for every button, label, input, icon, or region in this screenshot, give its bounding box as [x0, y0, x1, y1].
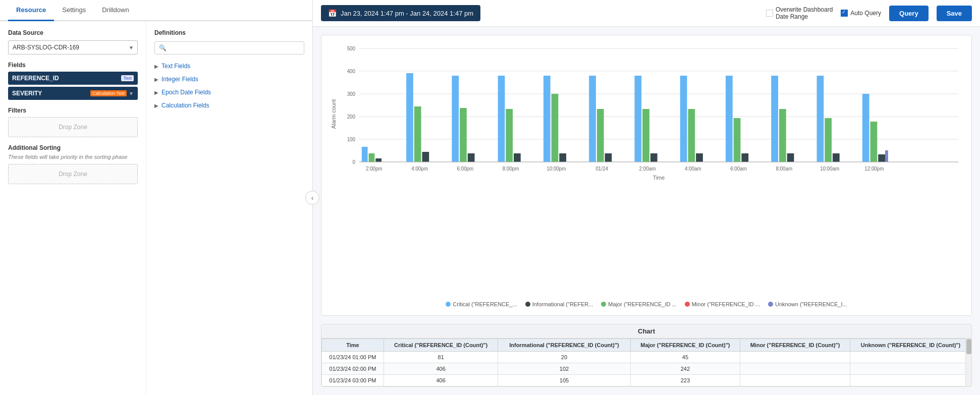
tree-item-calculation-fields[interactable]: ▶ Calculation Fields	[154, 99, 304, 112]
svg-rect-14	[375, 158, 382, 162]
table-cell-critical-1: 81	[384, 352, 498, 363]
svg-rect-33	[680, 76, 687, 162]
field-chip-reference-id-badge: Text	[121, 75, 134, 81]
svg-rect-16	[414, 106, 421, 162]
overwrite-dashboard-checkbox[interactable]	[766, 10, 773, 17]
svg-rect-32	[650, 153, 658, 162]
filters-drop-zone[interactable]: Drop Zone	[8, 117, 138, 137]
chart-svg: Alarm count 500 400 300	[330, 43, 963, 185]
table-cell-major-2: 242	[630, 363, 740, 375]
date-range-button[interactable]: 📅 Jan 23, 2024 1:47 pm - Jan 24, 2024 1:…	[321, 5, 480, 21]
svg-text:6:00pm: 6:00pm	[457, 166, 474, 172]
svg-rect-41	[787, 153, 794, 162]
definitions-label: Definitions	[154, 29, 304, 36]
svg-rect-39	[771, 76, 778, 162]
date-range-text: Jan 23, 2024 1:47 pm - Jan 24, 2024 1:47…	[341, 10, 473, 17]
auto-query-checkbox[interactable]	[841, 10, 848, 17]
svg-rect-19	[460, 108, 467, 162]
svg-rect-27	[589, 76, 596, 162]
table-cell-time-1: 01/23/24 01:00 PM	[322, 352, 384, 363]
legend-label-major: Major ("REFERENCE_ID ...	[608, 301, 676, 307]
tree-item-integer-fields[interactable]: ▶ Integer Fields	[154, 73, 304, 86]
table-cell-informational-3: 105	[498, 375, 630, 386]
field-chip-reference-id[interactable]: REFERENCE_ID Text	[8, 72, 138, 85]
svg-rect-28	[597, 109, 604, 162]
svg-rect-24	[543, 76, 551, 162]
auto-query-checkbox-label[interactable]: Auto Query	[841, 10, 881, 17]
data-source-wrapper: ARB-SYSLOG-CDR-169 ▼	[8, 40, 138, 54]
table-scroll[interactable]: Time Critical ("REFERENCE_ID (Count)") I…	[321, 338, 971, 386]
tree-item-text-fields[interactable]: ▶ Text Fields	[154, 60, 304, 73]
svg-rect-23	[514, 153, 521, 162]
sorting-drop-zone[interactable]: Drop Zone	[8, 164, 138, 184]
table-cell-major-3: 223	[630, 375, 740, 386]
filters-label: Filters	[8, 107, 138, 114]
auto-query-label: Auto Query	[850, 10, 881, 17]
table-cell-minor-1	[740, 352, 850, 363]
svg-text:500: 500	[347, 46, 356, 51]
definitions-search-input[interactable]	[154, 41, 304, 54]
svg-text:Time: Time	[653, 175, 665, 181]
table-header-time: Time	[322, 339, 384, 352]
svg-rect-37	[734, 118, 741, 162]
table-scrollbar[interactable]	[965, 338, 971, 386]
svg-text:10:00pm: 10:00pm	[547, 166, 566, 172]
tab-drilldown[interactable]: Drilldown	[94, 0, 137, 21]
data-source-label: Data Source	[8, 29, 138, 36]
svg-text:2:00am: 2:00am	[639, 166, 656, 172]
table-row: 01/23/24 02:00 PM 406 102 242	[322, 363, 971, 375]
svg-rect-20	[468, 153, 475, 162]
tree-item-calculation-fields-label: Calculation Fields	[161, 102, 209, 109]
svg-rect-34	[688, 109, 695, 162]
svg-text:0: 0	[353, 159, 356, 165]
legend-item-major: Major ("REFERENCE_ID ...	[601, 301, 676, 307]
svg-text:8:00am: 8:00am	[776, 166, 792, 172]
legend-item-unknown: Unknown ("REFERENCE_I...	[768, 301, 847, 307]
svg-rect-25	[552, 94, 559, 162]
table-header-minor: Minor ("REFERENCE_ID (Count)")	[740, 339, 850, 352]
field-chip-reference-id-name: REFERENCE_ID	[12, 75, 59, 82]
svg-rect-30	[634, 76, 641, 162]
table-cell-major-1: 45	[630, 352, 740, 363]
calendar-icon: 📅	[328, 9, 337, 17]
table-header-unknown: Unknown ("REFERENCE_ID (Count)")	[850, 339, 971, 352]
tab-settings[interactable]: Settings	[54, 0, 94, 21]
svg-text:4:00pm: 4:00pm	[411, 166, 428, 172]
data-source-select[interactable]: ARB-SYSLOG-CDR-169	[8, 40, 138, 54]
svg-rect-21	[498, 76, 505, 162]
table-cell-informational-2: 102	[498, 363, 630, 375]
legend-dot-critical	[446, 302, 451, 307]
legend-dot-major	[601, 302, 606, 307]
svg-rect-18	[452, 76, 459, 162]
svg-text:100: 100	[347, 137, 356, 142]
table-cell-informational-1: 20	[498, 352, 630, 363]
right-header: 📅 Jan 23, 2024 1:47 pm - Jan 24, 2024 1:…	[313, 0, 980, 27]
svg-rect-45	[862, 94, 869, 162]
tree-item-epoch-date-fields[interactable]: ▶ Epoch Date Fields	[154, 86, 304, 99]
table-cell-unknown-3	[850, 375, 971, 386]
chart-svg-container: Alarm count 500 400 300	[330, 43, 963, 297]
svg-text:8:00pm: 8:00pm	[503, 166, 519, 172]
collapse-left-panel-button[interactable]: ‹	[305, 191, 319, 205]
tree-item-text-fields-label: Text Fields	[161, 63, 190, 70]
field-chip-severity[interactable]: SEVERITY Calculation-Text ▼	[8, 87, 138, 100]
chart-legend: Critical ("REFERENCE_... Informational (…	[330, 301, 963, 307]
field-chip-severity-name: SEVERITY	[12, 90, 42, 97]
tree-arrow-integer-fields-icon: ▶	[154, 77, 158, 82]
svg-text:200: 200	[347, 114, 356, 120]
header-right: Overwrite Dashboard Date Range Auto Quer…	[766, 6, 972, 21]
svg-rect-42	[817, 76, 824, 162]
overwrite-dashboard-checkbox-label[interactable]: Overwrite Dashboard Date Range	[766, 6, 833, 20]
save-button[interactable]: Save	[937, 6, 972, 21]
query-button[interactable]: Query	[889, 6, 929, 21]
legend-dot-informational	[525, 302, 530, 307]
config-section: Data Source ARB-SYSLOG-CDR-169 ▼ Fields …	[0, 21, 146, 395]
legend-dot-unknown	[768, 302, 773, 307]
chart-wrapper: Alarm count 500 400 300	[321, 35, 972, 316]
tab-resource[interactable]: Resource	[8, 0, 54, 21]
tree-item-epoch-date-fields-label: Epoch Date Fields	[161, 89, 211, 96]
svg-rect-44	[833, 153, 840, 162]
table-scrollbar-thumb[interactable]	[966, 339, 971, 354]
svg-rect-12	[362, 147, 368, 162]
legend-item-critical: Critical ("REFERENCE_...	[446, 301, 517, 307]
